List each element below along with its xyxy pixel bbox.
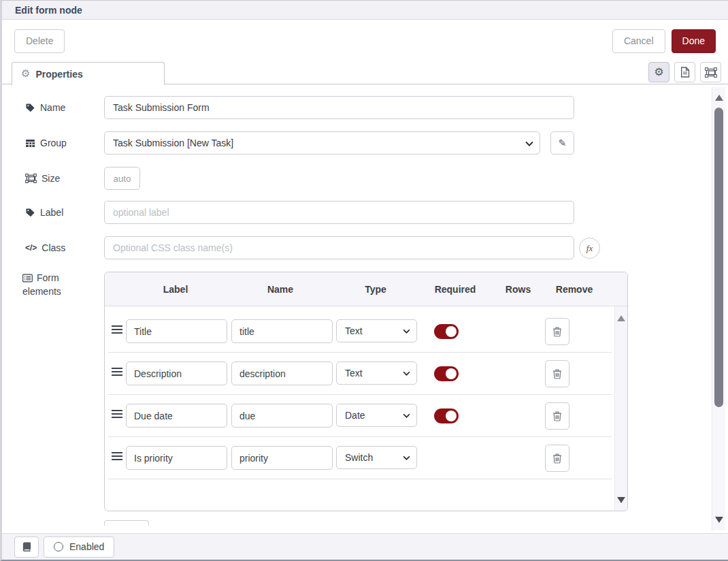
column-header-required: Required <box>418 284 493 295</box>
tag-icon <box>25 103 35 113</box>
edit-form-node-dialog: Edit form node Delete Cancel Done ⚙ Prop… <box>0 0 728 561</box>
table-row: Switch <box>108 437 612 479</box>
scroll-up-arrow[interactable] <box>715 95 723 101</box>
dialog-toolbar: Delete Cancel Done <box>2 20 728 62</box>
form-elements-table: Label Name Type Required Rows Remove Tex… <box>104 272 628 511</box>
column-header-name: Name <box>227 284 333 295</box>
delete-button[interactable]: Delete <box>14 29 65 53</box>
remove-element-button[interactable] <box>545 318 569 345</box>
column-header-remove: Remove <box>544 284 605 295</box>
table-row: Text <box>108 310 612 353</box>
name-field-label: Name <box>25 96 65 119</box>
element-label-input[interactable] <box>126 319 227 343</box>
label-input[interactable] <box>104 201 574 224</box>
required-toggle[interactable] <box>434 408 459 423</box>
element-label-input[interactable] <box>126 446 227 470</box>
element-type-select[interactable]: Text <box>336 362 417 385</box>
chevron-down-icon <box>403 371 410 376</box>
trash-icon <box>552 411 562 421</box>
tab-bar: ⚙ Properties ⚙ <box>2 62 728 84</box>
tab-properties-label: Properties <box>35 69 82 80</box>
element-type-select[interactable]: Date <box>336 404 417 427</box>
table-row: Text <box>108 353 612 395</box>
done-button[interactable]: Done <box>672 29 716 53</box>
chevron-down-icon <box>403 455 410 460</box>
column-header-type: Type <box>333 284 418 295</box>
cancel-button[interactable]: Cancel <box>612 29 665 53</box>
dialog-title: Edit form node <box>15 5 82 16</box>
name-input[interactable] <box>104 96 574 119</box>
table-icon <box>25 139 35 148</box>
form-elements-header-row: Label Name Type Required Rows Remove <box>105 272 627 306</box>
column-header-label: Label <box>124 284 227 295</box>
properties-tab-button[interactable]: ⚙ <box>648 62 669 82</box>
element-name-input[interactable] <box>231 319 333 343</box>
dialog-header: Edit form node <box>2 1 728 20</box>
object-group-icon <box>705 67 717 78</box>
list-alt-icon <box>22 274 33 283</box>
required-toggle[interactable] <box>434 324 459 339</box>
form-elements-section-label: Form elements <box>22 271 97 298</box>
description-tab-button[interactable] <box>674 62 695 82</box>
remove-element-button[interactable] <box>545 360 569 387</box>
enabled-toggle-button[interactable]: Enabled <box>44 536 114 558</box>
trash-icon <box>552 368 562 379</box>
remove-element-button[interactable] <box>545 402 569 430</box>
file-icon <box>680 67 690 78</box>
remove-element-button[interactable] <box>545 445 569 472</box>
gear-icon: ⚙ <box>21 69 30 79</box>
tag-icon <box>25 208 35 218</box>
drag-handle-icon[interactable] <box>112 325 122 336</box>
element-type-select[interactable]: Text <box>336 319 417 342</box>
appearance-tab-button[interactable] <box>700 62 721 82</box>
tab-properties[interactable]: ⚙ Properties <box>12 62 165 85</box>
group-field-label: Group <box>25 131 67 155</box>
dialog-footer: Enabled <box>2 533 728 560</box>
chevron-down-icon <box>403 329 410 334</box>
trash-icon <box>552 326 562 337</box>
element-type-select[interactable]: Switch <box>336 446 417 469</box>
column-header-rows: Rows <box>493 284 544 295</box>
class-input[interactable] <box>104 236 574 259</box>
properties-scroll-viewport: Name Group Task Submission [New Task] ✎ … <box>2 84 710 526</box>
chevron-down-icon <box>403 413 410 418</box>
fx-icon: fx <box>586 243 593 254</box>
group-select[interactable]: Task Submission [New Task] <box>104 131 540 155</box>
gear-icon: ⚙ <box>654 67 663 78</box>
label-field-label: Label <box>25 201 63 224</box>
tab-icon-buttons: ⚙ <box>648 62 728 84</box>
panel-scrollbar[interactable] <box>712 87 725 530</box>
chevron-down-icon <box>525 141 533 146</box>
object-group-icon <box>25 174 37 183</box>
trash-icon <box>552 453 562 464</box>
scrollbar-thumb[interactable] <box>714 108 723 407</box>
scroll-down-arrow[interactable] <box>617 497 625 503</box>
edit-group-button[interactable]: ✎ <box>550 131 574 155</box>
group-select-value: Task Submission [New Task] <box>113 138 233 148</box>
element-name-input[interactable] <box>231 446 333 470</box>
drag-handle-icon[interactable] <box>112 452 122 462</box>
list-scrollbar[interactable] <box>614 306 627 511</box>
element-name-input[interactable] <box>231 404 333 428</box>
table-row: Date <box>108 395 612 437</box>
size-button[interactable]: auto <box>104 167 140 190</box>
add-element-button[interactable] <box>104 520 149 526</box>
element-name-input[interactable] <box>231 362 333 385</box>
scroll-down-arrow[interactable] <box>715 517 723 523</box>
book-icon <box>22 541 32 552</box>
node-help-button[interactable] <box>14 536 39 558</box>
class-field-label: </> Class <box>25 236 65 259</box>
element-label-input[interactable] <box>126 404 227 428</box>
drag-handle-icon[interactable] <box>112 410 122 420</box>
drag-handle-icon[interactable] <box>112 368 122 378</box>
enabled-label: Enabled <box>69 541 104 552</box>
toolbar-right-group: Cancel Done <box>612 29 716 53</box>
properties-panel: Name Group Task Submission [New Task] ✎ … <box>2 84 728 533</box>
size-field-label: Size <box>25 167 60 190</box>
circle-icon <box>54 542 63 551</box>
scroll-up-arrow[interactable] <box>617 315 625 321</box>
fx-button[interactable]: fx <box>579 238 600 259</box>
code-icon: </> <box>25 243 37 253</box>
element-label-input[interactable] <box>126 362 227 385</box>
required-toggle[interactable] <box>434 366 459 381</box>
